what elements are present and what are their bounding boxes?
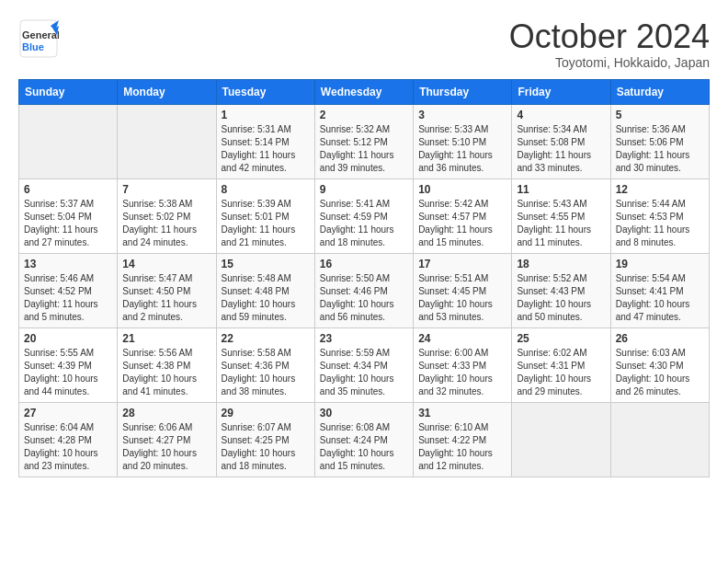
calendar-cell: 7Sunrise: 5:38 AMSunset: 5:02 PMDaylight…: [118, 178, 216, 253]
calendar-cell: 12Sunrise: 5:44 AMSunset: 4:53 PMDayligh…: [610, 178, 709, 253]
calendar-cell: 24Sunrise: 6:00 AMSunset: 4:33 PMDayligh…: [414, 327, 512, 402]
day-info: Sunrise: 6:10 AMSunset: 4:22 PMDaylight:…: [418, 421, 506, 473]
day-info: Sunrise: 5:39 AMSunset: 5:01 PMDaylight:…: [222, 198, 310, 249]
calendar-cell: 30Sunrise: 6:08 AMSunset: 4:24 PMDayligh…: [314, 402, 413, 477]
day-info: Sunrise: 6:02 AMSunset: 4:31 PMDaylight:…: [517, 347, 605, 398]
day-info: Sunrise: 5:33 AMSunset: 5:10 PMDaylight:…: [418, 123, 506, 175]
weekday-header: Wednesday: [314, 79, 413, 104]
day-number: 30: [320, 407, 408, 419]
day-number: 8: [222, 183, 310, 196]
calendar-week-row: 1Sunrise: 5:31 AMSunset: 5:14 PMDaylight…: [19, 104, 710, 178]
day-number: 14: [122, 258, 210, 270]
day-info: Sunrise: 5:37 AMSunset: 5:04 PMDaylight:…: [24, 198, 112, 249]
calendar-cell: 6Sunrise: 5:37 AMSunset: 5:04 PMDaylight…: [19, 178, 118, 253]
calendar-cell: 25Sunrise: 6:02 AMSunset: 4:31 PMDayligh…: [512, 327, 610, 402]
calendar-cell: 5Sunrise: 5:36 AMSunset: 5:06 PMDaylight…: [610, 104, 709, 178]
calendar-cell: 13Sunrise: 5:46 AMSunset: 4:52 PMDayligh…: [19, 253, 118, 327]
day-number: 24: [418, 332, 506, 345]
day-info: Sunrise: 5:59 AMSunset: 4:34 PMDaylight:…: [320, 347, 408, 398]
day-info: Sunrise: 5:56 AMSunset: 4:38 PMDaylight:…: [122, 347, 210, 398]
day-info: Sunrise: 5:34 AMSunset: 5:08 PMDaylight:…: [517, 123, 605, 175]
weekday-header: Saturday: [610, 79, 709, 104]
calendar-cell: [610, 402, 709, 477]
day-number: 2: [320, 109, 408, 121]
logo: General Blue: [18, 18, 59, 59]
day-info: Sunrise: 5:51 AMSunset: 4:45 PMDaylight:…: [418, 272, 506, 324]
day-info: Sunrise: 5:43 AMSunset: 4:55 PMDaylight:…: [517, 198, 605, 249]
day-number: 15: [222, 258, 310, 270]
day-number: 10: [418, 183, 506, 196]
calendar-cell: 14Sunrise: 5:47 AMSunset: 4:50 PMDayligh…: [118, 253, 216, 327]
month-title: October 2024: [509, 18, 710, 55]
day-info: Sunrise: 5:58 AMSunset: 4:36 PMDaylight:…: [222, 347, 310, 398]
calendar-cell: 28Sunrise: 6:06 AMSunset: 4:27 PMDayligh…: [118, 402, 216, 477]
day-info: Sunrise: 6:00 AMSunset: 4:33 PMDaylight:…: [418, 347, 506, 398]
logo-icon: General Blue: [18, 18, 59, 59]
calendar-week-row: 6Sunrise: 5:37 AMSunset: 5:04 PMDaylight…: [19, 178, 710, 253]
day-number: 27: [24, 407, 112, 419]
calendar-cell: 21Sunrise: 5:56 AMSunset: 4:38 PMDayligh…: [118, 327, 216, 402]
calendar-cell: 26Sunrise: 6:03 AMSunset: 4:30 PMDayligh…: [610, 327, 709, 402]
calendar-cell: 31Sunrise: 6:10 AMSunset: 4:22 PMDayligh…: [414, 402, 512, 477]
weekday-header: Sunday: [19, 79, 118, 104]
day-info: Sunrise: 5:54 AMSunset: 4:41 PMDaylight:…: [616, 272, 704, 324]
day-number: 6: [24, 183, 112, 196]
day-number: 28: [122, 407, 210, 419]
weekday-header: Monday: [118, 79, 216, 104]
calendar-cell: 18Sunrise: 5:52 AMSunset: 4:43 PMDayligh…: [512, 253, 610, 327]
calendar-cell: [118, 104, 216, 178]
day-info: Sunrise: 5:47 AMSunset: 4:50 PMDaylight:…: [122, 272, 210, 324]
day-info: Sunrise: 5:38 AMSunset: 5:02 PMDaylight:…: [122, 198, 210, 249]
day-number: 18: [517, 258, 605, 270]
calendar-cell: 3Sunrise: 5:33 AMSunset: 5:10 PMDaylight…: [414, 104, 512, 178]
calendar-cell: 22Sunrise: 5:58 AMSunset: 4:36 PMDayligh…: [216, 327, 314, 402]
day-number: 23: [320, 332, 408, 345]
svg-text:General: General: [22, 29, 59, 40]
day-number: 17: [418, 258, 506, 270]
calendar-cell: 17Sunrise: 5:51 AMSunset: 4:45 PMDayligh…: [414, 253, 512, 327]
calendar-cell: 20Sunrise: 5:55 AMSunset: 4:39 PMDayligh…: [19, 327, 118, 402]
calendar-cell: 2Sunrise: 5:32 AMSunset: 5:12 PMDaylight…: [314, 104, 413, 178]
calendar-week-row: 27Sunrise: 6:04 AMSunset: 4:28 PMDayligh…: [19, 402, 710, 477]
day-number: 9: [320, 183, 408, 196]
day-number: 16: [320, 258, 408, 270]
calendar-cell: [19, 104, 118, 178]
day-number: 5: [616, 109, 704, 121]
location: Toyotomi, Hokkaido, Japan: [509, 55, 710, 70]
calendar-cell: 19Sunrise: 5:54 AMSunset: 4:41 PMDayligh…: [610, 253, 709, 327]
day-info: Sunrise: 5:41 AMSunset: 4:59 PMDaylight:…: [320, 198, 408, 249]
day-number: 20: [24, 332, 112, 345]
day-number: 13: [24, 258, 112, 270]
day-number: 1: [222, 109, 310, 121]
day-info: Sunrise: 6:07 AMSunset: 4:25 PMDaylight:…: [222, 421, 310, 473]
weekday-header: Thursday: [414, 79, 512, 104]
calendar-cell: 10Sunrise: 5:42 AMSunset: 4:57 PMDayligh…: [414, 178, 512, 253]
day-info: Sunrise: 6:08 AMSunset: 4:24 PMDaylight:…: [320, 421, 408, 473]
day-info: Sunrise: 6:03 AMSunset: 4:30 PMDaylight:…: [616, 347, 704, 398]
weekday-header: Tuesday: [216, 79, 314, 104]
calendar-cell: 8Sunrise: 5:39 AMSunset: 5:01 PMDaylight…: [216, 178, 314, 253]
page-header: General Blue October 2024 Toyotomi, Hokk…: [18, 18, 710, 70]
day-info: Sunrise: 5:46 AMSunset: 4:52 PMDaylight:…: [24, 272, 112, 324]
calendar-cell: 11Sunrise: 5:43 AMSunset: 4:55 PMDayligh…: [512, 178, 610, 253]
day-info: Sunrise: 5:55 AMSunset: 4:39 PMDaylight:…: [24, 347, 112, 398]
header-row: SundayMondayTuesdayWednesdayThursdayFrid…: [19, 79, 710, 104]
calendar-table: SundayMondayTuesdayWednesdayThursdayFrid…: [18, 79, 710, 477]
day-info: Sunrise: 5:36 AMSunset: 5:06 PMDaylight:…: [616, 123, 704, 175]
calendar-cell: 27Sunrise: 6:04 AMSunset: 4:28 PMDayligh…: [19, 402, 118, 477]
day-number: 25: [517, 332, 605, 345]
day-info: Sunrise: 6:04 AMSunset: 4:28 PMDaylight:…: [24, 421, 112, 473]
calendar-cell: 4Sunrise: 5:34 AMSunset: 5:08 PMDaylight…: [512, 104, 610, 178]
calendar-week-row: 20Sunrise: 5:55 AMSunset: 4:39 PMDayligh…: [19, 327, 710, 402]
title-block: October 2024 Toyotomi, Hokkaido, Japan: [509, 18, 710, 70]
calendar-cell: 9Sunrise: 5:41 AMSunset: 4:59 PMDaylight…: [314, 178, 413, 253]
calendar-cell: 23Sunrise: 5:59 AMSunset: 4:34 PMDayligh…: [314, 327, 413, 402]
day-number: 7: [122, 183, 210, 196]
day-info: Sunrise: 5:48 AMSunset: 4:48 PMDaylight:…: [222, 272, 310, 324]
day-info: Sunrise: 6:06 AMSunset: 4:27 PMDaylight:…: [122, 421, 210, 473]
calendar-cell: [512, 402, 610, 477]
day-info: Sunrise: 5:42 AMSunset: 4:57 PMDaylight:…: [418, 198, 506, 249]
day-number: 4: [517, 109, 605, 121]
day-number: 12: [616, 183, 704, 196]
day-number: 19: [616, 258, 704, 270]
